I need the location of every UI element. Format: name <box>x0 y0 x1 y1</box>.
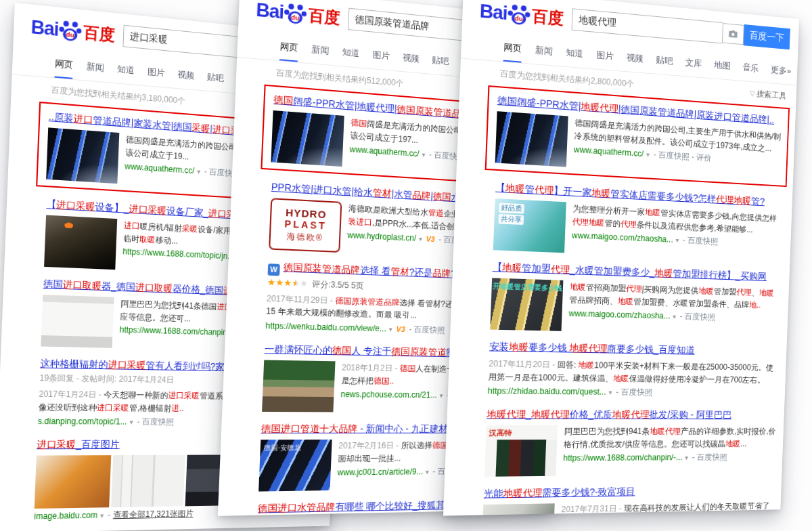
result-url: www.maigoo.com/zhaosha... <box>572 231 673 245</box>
tab-10[interactable]: 更多» <box>770 64 791 85</box>
result-title-link[interactable]: 进口暖气片哪个牌子好 进口暖气片十大品牌排名介.. <box>32 526 322 531</box>
chevron-down-icon[interactable]: ▾ <box>419 235 422 242</box>
chevron-down-icon[interactable]: ▾ <box>197 168 200 175</box>
result-url: https://wenku.baidu.com/view/e... <box>265 321 386 334</box>
text-segment: 地暖 <box>725 439 741 448</box>
baidu-logo[interactable]: Bai du 百度 <box>479 0 564 30</box>
snapshot-link[interactable]: - 百度快照 - 评价 <box>654 150 712 163</box>
text-segment: 移动... <box>156 235 179 246</box>
text-segment: 地暖 <box>502 261 522 273</box>
camera-icon[interactable] <box>722 23 744 45</box>
tab-4[interactable]: 图片 <box>147 66 165 87</box>
text-segment: 【 <box>495 182 505 193</box>
tab-5[interactable]: 视频 <box>626 51 644 72</box>
tab-2[interactable]: 新闻 <box>535 44 554 66</box>
result-thumbnail[interactable]: 好品质共分享 <box>493 198 566 253</box>
text-segment: 选择 看 <box>360 264 391 276</box>
text-segment: 管加盟 <box>522 262 551 274</box>
tab-3[interactable]: 知道 <box>342 46 360 68</box>
text-segment: |买购网为您提供 <box>641 284 698 295</box>
strip-image[interactable] <box>111 455 185 507</box>
chevron-down-icon[interactable]: ▾ <box>439 392 443 400</box>
text-segment: 代理地暖 <box>716 194 752 206</box>
text-segment: 地暖 <box>654 267 673 278</box>
chevron-down-icon[interactable]: ▾ <box>129 419 133 426</box>
result-thumbnail[interactable]: 开地暖管店需要多少钱 <box>490 278 563 331</box>
tab-6[interactable]: 贴吧 <box>431 54 449 75</box>
search-tools[interactable]: ▽搜索工具 <box>750 88 787 102</box>
result-thumbnail[interactable] <box>481 503 554 515</box>
tab-1[interactable]: 网页 <box>54 58 73 79</box>
text-segment: 进口取暖 <box>135 282 173 294</box>
tab-6[interactable]: 贴吧 <box>206 71 224 92</box>
text-segment: 管的 <box>604 218 621 228</box>
strip-image[interactable] <box>35 455 111 509</box>
tab-4[interactable]: 图片 <box>372 49 390 70</box>
tab-3[interactable]: 知道 <box>565 46 583 68</box>
search-button[interactable]: 百度一下 <box>744 24 790 49</box>
text-segment: 进口采暖 <box>129 203 166 216</box>
chevron-down-icon[interactable]: ▾ <box>675 236 679 244</box>
result-thumbnail[interactable]: 汉高特 <box>484 425 558 477</box>
text-segment: 德国进口管道十大品牌 <box>261 423 358 434</box>
chevron-down-icon[interactable]: ▾ <box>426 468 429 475</box>
chevron-down-icon[interactable]: ▾ <box>608 389 612 396</box>
text-segment: 德国 <box>273 93 294 106</box>
chevron-down-icon[interactable]: ▾ <box>389 325 392 333</box>
tab-9[interactable]: 音乐 <box>742 62 759 82</box>
tab-8[interactable]: 地图 <box>714 59 731 79</box>
snapshot-link[interactable]: - 百度快照 <box>137 417 174 427</box>
result-text: 德国阔盛是充满活力的跨国公司,主要生产用于供水和供热/制冷系统的塑料管材及配件。… <box>573 116 783 179</box>
text-segment: 管加盟排行榜】_买购网 <box>673 268 767 282</box>
baidu-logo[interactable]: Bai du 百度 <box>256 0 341 29</box>
tab-7[interactable]: 文库 <box>685 56 702 77</box>
result-thumbnail[interactable] <box>262 360 335 412</box>
text-segment: 价格_优质 <box>569 409 612 420</box>
chevron-down-icon[interactable]: ▾ <box>422 151 425 158</box>
tab-2[interactable]: 新闻 <box>86 60 105 82</box>
chevron-down-icon[interactable]: ▾ <box>685 454 688 462</box>
tab-1[interactable]: 网页 <box>279 40 298 62</box>
result-thumbnail[interactable]: 德国·安德龙 <box>258 440 332 492</box>
tab-3[interactable]: 知道 <box>116 63 135 85</box>
result-thumbnail[interactable]: HYDROPLAST海德欧® <box>269 198 342 253</box>
result-thumbnail[interactable] <box>46 127 119 184</box>
chevron-down-icon[interactable]: ▾ <box>646 151 650 158</box>
tab-2[interactable]: 新闻 <box>311 43 330 65</box>
snapshot-link[interactable]: - <box>108 510 111 519</box>
tab-4[interactable]: 图片 <box>595 49 614 70</box>
text-segment: 代理 <box>736 287 752 297</box>
result-title-link[interactable]: 地暖代理_地暖代理价格_优质地暖代理批发/采购 - 阿里巴巴 <box>487 407 777 422</box>
search-result: 【地暖管加盟代理_水暖管加盟费多少_地暖管加盟排行榜】_买购网开地暖管店需要多少… <box>490 260 782 336</box>
text-segment: 地暖代理 <box>487 408 526 420</box>
tab-5[interactable]: 视频 <box>402 51 420 72</box>
text-segment: 2017年7月31日 - <box>561 504 624 515</box>
text-segment: 德国原装管道品牌 <box>283 261 360 276</box>
chevron-down-icon[interactable]: ▾ <box>100 512 104 519</box>
result-thumbnail[interactable] <box>44 215 117 270</box>
result-thumbnail[interactable] <box>495 111 568 167</box>
tab-6[interactable]: 贴吧 <box>656 54 673 75</box>
result-title-link[interactable]: 光能地暖代理需要多少钱?-致富项目 <box>484 483 774 501</box>
snapshot-link[interactable]: - 百度快照 <box>616 387 652 397</box>
snapshot-link[interactable]: - 百度快照 <box>683 236 719 247</box>
snapshot-link[interactable]: - 百度快照 <box>679 312 715 322</box>
result-thumbnail[interactable] <box>271 110 344 167</box>
logo-text-cn: 百度 <box>308 4 340 28</box>
tab-1[interactable]: 网页 <box>503 41 522 63</box>
baidu-paw-icon: du <box>284 1 307 26</box>
text-segment: 批发/采购 - 阿里巴巴 <box>649 409 731 420</box>
text-segment: 代理 <box>551 263 570 275</box>
text-segment: 管实体店需要多少钱?怎样 <box>610 188 716 204</box>
view-all-link[interactable]: 查看全部17,321张图片 <box>113 509 194 519</box>
result-thumbnail[interactable] <box>41 295 114 348</box>
baidu-logo[interactable]: Bai du 百度 <box>30 16 116 46</box>
chevron-down-icon[interactable]: ▾ <box>673 313 676 320</box>
tab-5[interactable]: 视频 <box>177 68 194 89</box>
result-title-link[interactable]: 安装地暖要多少钱 地暖代理商要多少钱_百度知道 <box>489 339 780 359</box>
search-input[interactable] <box>572 8 723 43</box>
text-segment: 2017年11月20日 - <box>489 359 558 370</box>
snapshot-link[interactable]: - 百度快照 <box>692 452 727 462</box>
snapshot-link[interactable]: - 百度快照 <box>409 324 445 335</box>
text-segment: 设备厂家_ <box>166 205 209 218</box>
